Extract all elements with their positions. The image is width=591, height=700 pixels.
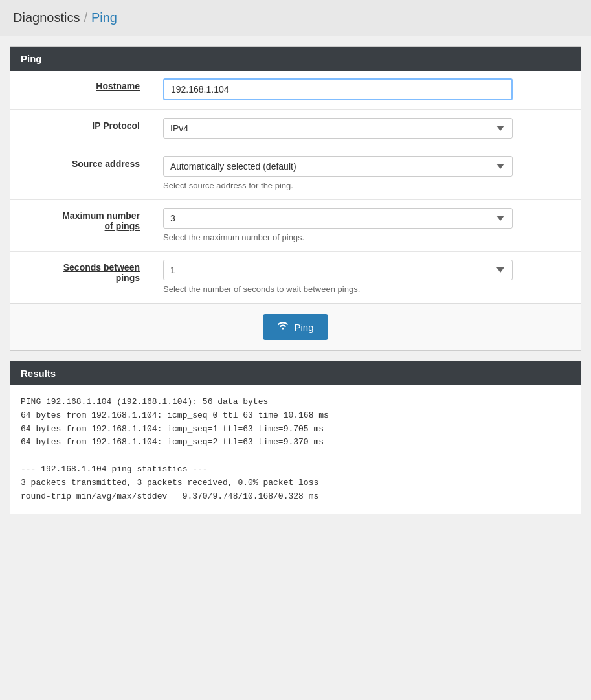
max-pings-select[interactable]: 1 2 3 4 5 10	[163, 208, 513, 229]
ping-section-header: Ping	[10, 47, 581, 71]
hostname-row: Hostname	[10, 71, 581, 110]
hostname-label-cell: Hostname	[10, 71, 153, 110]
max-pings-label[interactable]: Maximum numberof pings	[62, 210, 140, 231]
ip-protocol-row: IP Protocol IPv4 IPv6	[10, 110, 581, 148]
hostname-input[interactable]	[163, 78, 513, 100]
button-row: Ping	[10, 303, 581, 350]
seconds-between-input-cell: 1 2 3 5 10 Select the number of seconds …	[153, 252, 581, 304]
results-section: Results PING 192.168.1.104 (192.168.1.10…	[10, 361, 581, 514]
results-section-header: Results	[10, 361, 581, 385]
source-address-input-cell: Automatically selected (default) Select …	[153, 148, 581, 200]
max-pings-row: Maximum numberof pings 1 2 3 4 5 10 Sele…	[10, 200, 581, 252]
breadcrumb-parent: Diagnostics	[13, 10, 80, 25]
seconds-between-label[interactable]: Seconds betweenpings	[63, 262, 140, 283]
breadcrumb-current: Ping	[91, 10, 117, 25]
ip-protocol-label[interactable]: IP Protocol	[92, 120, 140, 131]
source-address-hint: Select source address for the ping.	[163, 181, 570, 190]
ip-protocol-label-cell: IP Protocol	[10, 110, 153, 148]
breadcrumb-separator: /	[84, 10, 87, 25]
seconds-between-label-cell: Seconds betweenpings	[10, 252, 153, 304]
breadcrumb: Diagnostics/Ping	[0, 0, 591, 36]
max-pings-label-cell: Maximum numberof pings	[10, 200, 153, 252]
source-address-select[interactable]: Automatically selected (default)	[163, 156, 513, 177]
hostname-input-cell	[153, 71, 581, 110]
hostname-label[interactable]: Hostname	[96, 81, 140, 91]
ip-protocol-select[interactable]: IPv4 IPv6	[163, 118, 513, 139]
ping-button-label: Ping	[294, 322, 313, 333]
seconds-between-select[interactable]: 1 2 3 5 10	[163, 260, 513, 280]
source-address-label-cell: Source address	[10, 148, 153, 200]
source-address-label[interactable]: Source address	[72, 159, 140, 169]
ping-form-table: Hostname IP Protocol IPv4 IPv6	[10, 71, 581, 303]
ping-button[interactable]: Ping	[263, 314, 328, 340]
ip-protocol-input-cell: IPv4 IPv6	[153, 110, 581, 148]
seconds-between-row: Seconds betweenpings 1 2 3 5 10 Select t…	[10, 252, 581, 304]
max-pings-input-cell: 1 2 3 4 5 10 Select the maximum number o…	[153, 200, 581, 252]
ping-form-section: Ping Hostname IP Protocol IPv4	[10, 46, 581, 351]
source-address-row: Source address Automatically selected (d…	[10, 148, 581, 200]
ping-wifi-icon	[277, 320, 289, 334]
seconds-between-hint: Select the number of seconds to wait bet…	[163, 284, 570, 294]
results-output: PING 192.168.1.104 (192.168.1.104): 56 d…	[10, 385, 581, 514]
max-pings-hint: Select the maximum number of pings.	[163, 232, 570, 242]
